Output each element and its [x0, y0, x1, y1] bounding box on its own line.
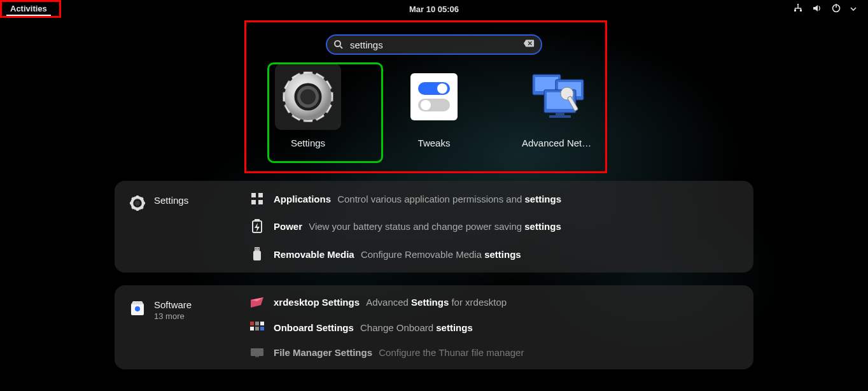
svg-rect-44 [260, 327, 264, 331]
activities-button[interactable]: Activities [6, 3, 51, 16]
svg-point-27 [135, 201, 139, 205]
result-desc: Configure the Thunar file manager [379, 347, 524, 358]
svg-line-6 [340, 46, 343, 49]
app-label: Tweaks [418, 138, 451, 148]
result-file-manager[interactable]: File Manager Settings Configure the Thun… [249, 347, 739, 358]
apps-grid-icon [251, 192, 263, 205]
panel-provider-title: Settings [154, 195, 188, 206]
network-config-icon [530, 71, 590, 123]
svg-point-38 [135, 306, 140, 311]
svg-rect-29 [258, 193, 263, 197]
app-advanced-network[interactable]: Advanced Netw… [522, 64, 598, 148]
panel-provider-settings[interactable]: Settings [129, 192, 249, 261]
panel-provider-more: 13 more [154, 311, 192, 321]
result-xrdesktop[interactable]: xrdesktop Settings Advanced Settings for… [249, 297, 739, 308]
result-power[interactable]: Power View your battery status and chang… [249, 219, 739, 233]
svg-rect-0 [797, 4, 799, 5]
svg-rect-11 [410, 73, 458, 120]
result-title: xrdesktop Settings [274, 297, 360, 308]
svg-rect-43 [255, 327, 259, 331]
clear-search-button[interactable] [523, 39, 535, 50]
app-settings[interactable]: Settings [270, 64, 346, 148]
svg-point-15 [421, 100, 431, 110]
app-tweaks[interactable]: Tweaks [396, 64, 472, 148]
svg-rect-35 [256, 248, 257, 250]
overview-search[interactable] [326, 34, 542, 55]
panel-provider-title: Software [154, 299, 192, 310]
battery-icon [251, 219, 263, 233]
svg-rect-31 [258, 200, 263, 204]
svg-rect-22 [556, 113, 564, 115]
result-desc: Control various application permissions … [337, 194, 561, 204]
result-title: Removable Media [274, 249, 354, 260]
svg-rect-37 [253, 251, 261, 260]
system-status-area[interactable] [793, 3, 862, 15]
chevron-down-icon [850, 4, 857, 14]
svg-rect-41 [260, 322, 264, 325]
svg-rect-39 [250, 322, 254, 325]
svg-rect-30 [251, 200, 256, 204]
keyboard-grid-icon [250, 322, 264, 333]
gear-icon [129, 195, 146, 211]
svg-rect-4 [836, 4, 837, 8]
result-desc: Change Onboard settings [360, 322, 473, 333]
svg-rect-36 [258, 248, 259, 250]
result-title: Onboard Settings [274, 322, 354, 333]
volume-icon [812, 3, 822, 15]
monitor-icon [250, 348, 264, 358]
result-desc: Configure Removable Media settings [361, 249, 521, 260]
svg-rect-17 [535, 77, 558, 91]
tweaks-icon [408, 71, 460, 123]
search-input[interactable] [350, 39, 517, 50]
emblem-icon [250, 297, 264, 308]
svg-rect-46 [255, 356, 259, 357]
top-bar: Activities Mar 10 05:06 [0, 0, 868, 18]
panel-provider-software[interactable]: Software 13 more [129, 297, 249, 358]
result-panel-settings: Settings Applications Control various ap… [115, 181, 753, 273]
shopping-bag-icon [129, 299, 146, 316]
svg-rect-2 [800, 10, 802, 11]
svg-rect-42 [250, 327, 254, 331]
svg-rect-1 [794, 10, 796, 11]
result-desc: Advanced Settings for xrdesktop [366, 297, 507, 308]
clock[interactable]: Mar 10 05:06 [409, 4, 459, 14]
result-title: File Manager Settings [274, 347, 372, 358]
app-results-row: Settings Tweaks [270, 64, 598, 148]
svg-rect-34 [255, 247, 260, 251]
result-removable-media[interactable]: Removable Media Configure Removable Medi… [249, 247, 739, 261]
svg-point-5 [335, 41, 340, 46]
svg-point-13 [437, 83, 447, 94]
usb-icon [252, 247, 262, 261]
app-label: Settings [291, 138, 325, 148]
svg-rect-40 [255, 322, 259, 325]
search-icon [333, 39, 344, 50]
app-label: Advanced Netw… [522, 138, 598, 148]
result-desc: View your battery status and change powe… [309, 221, 561, 232]
result-title: Applications [274, 194, 331, 204]
result-onboard[interactable]: Onboard Settings Change Onboard settings [249, 322, 739, 333]
power-icon [831, 3, 841, 15]
result-title: Power [274, 221, 302, 232]
svg-rect-45 [251, 348, 263, 356]
gear-icon [281, 69, 335, 124]
result-panel-software: Software 13 more xrdesktop Settings Adva… [115, 285, 753, 369]
svg-rect-28 [251, 193, 256, 197]
svg-rect-23 [549, 115, 571, 118]
svg-point-10 [300, 89, 316, 104]
result-applications[interactable]: Applications Control various application… [249, 192, 739, 205]
backspace-icon [523, 39, 535, 48]
network-icon [793, 3, 803, 15]
